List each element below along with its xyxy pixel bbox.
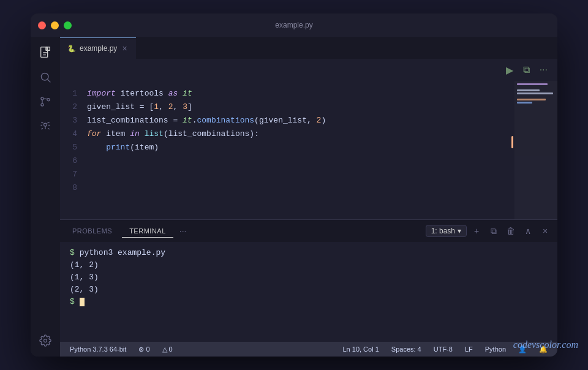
panel-tab-bar: PROBLEMS TERMINAL ··· 1: bash ▾ + ⧉ xyxy=(60,220,557,242)
minimap-content xyxy=(514,81,557,107)
svg-point-8 xyxy=(47,99,50,101)
split-editor-button[interactable]: ⧉ xyxy=(521,62,532,78)
activity-search-icon[interactable] xyxy=(34,66,56,88)
terminal-line-1: $ python3 example.py xyxy=(70,247,548,259)
tab-close-button[interactable]: × xyxy=(121,42,128,55)
close-panel-button[interactable]: × xyxy=(538,224,552,238)
svg-point-4 xyxy=(41,73,48,80)
terminal-output-1: (1, 2) xyxy=(70,259,548,271)
tab-terminal[interactable]: TERMINAL xyxy=(122,225,173,238)
python-version-status[interactable]: Python 3.7.3 64-bit xyxy=(67,345,129,353)
maximize-panel-button[interactable]: ∧ xyxy=(521,224,535,238)
svg-point-7 xyxy=(41,104,43,106)
code-line-7: print(item) xyxy=(85,141,557,154)
activity-debug-icon[interactable] xyxy=(34,115,56,137)
language-label: Python xyxy=(485,345,506,353)
python-file-icon: 🐍 xyxy=(67,45,76,53)
svg-line-5 xyxy=(48,80,51,83)
warnings-status[interactable]: △ 0 xyxy=(160,345,175,353)
tab-example-py[interactable]: 🐍 example.py × xyxy=(60,37,136,59)
code-line-4: list_combinations = it.combinations(give… xyxy=(85,114,557,127)
editor-toolbar: ▶ ⧉ ··· xyxy=(60,59,557,81)
code-line-3: given_list = [1, 2, 3] xyxy=(85,100,557,114)
activity-bar-bottom xyxy=(34,330,56,352)
activity-bar xyxy=(31,37,60,357)
ln-col-status[interactable]: Ln 10, Col 1 xyxy=(340,345,381,353)
line-numbers: 1 2 3 4 5 6 7 8 xyxy=(60,81,85,219)
scrollbar-marker xyxy=(511,136,513,148)
delete-terminal-button[interactable]: 🗑 xyxy=(503,224,518,238)
chevron-down-icon: ▾ xyxy=(458,227,461,235)
minimize-button[interactable] xyxy=(51,21,59,29)
code-line-6: for item in list(list_combinations): xyxy=(85,127,557,141)
watermark: codevscolor.com xyxy=(513,339,578,350)
titlebar: example.py xyxy=(31,13,557,37)
line-ending-status[interactable]: LF xyxy=(462,345,475,353)
split-terminal-button[interactable]: ⧉ xyxy=(486,224,501,238)
terminal-output-2: (1, 3) xyxy=(70,271,548,284)
svg-point-6 xyxy=(41,97,43,100)
terminal-line-2: $ xyxy=(70,296,548,308)
code-line-1: import itertools as it xyxy=(85,87,557,100)
panel: PROBLEMS TERMINAL ··· 1: bash ▾ + ⧉ xyxy=(60,219,557,342)
spaces-status[interactable]: Spaces: 4 xyxy=(389,345,424,353)
tab-label: example.py xyxy=(80,44,117,53)
encoding-status[interactable]: UTF-8 xyxy=(431,345,455,353)
tab-problems[interactable]: PROBLEMS xyxy=(65,225,119,237)
status-bar: Python 3.7.3 64-bit ⊗ 0 △ 0 Ln 10, Col 1… xyxy=(60,342,557,357)
python-version-label: Python 3.7.3 64-bit xyxy=(70,345,126,353)
main-layout: 🐍 example.py × ▶ ⧉ ··· 1 2 3 4 5 xyxy=(31,37,557,357)
panel-controls: 1: bash ▾ + ⧉ 🗑 ∧ × xyxy=(426,224,552,238)
code-content[interactable]: import itertools as it given_list = [1, … xyxy=(85,81,557,219)
more-options-button[interactable]: ··· xyxy=(537,62,550,78)
traffic-lights xyxy=(38,21,72,29)
terminal-cursor xyxy=(80,298,85,306)
tab-bar: 🐍 example.py × xyxy=(60,37,557,59)
run-button[interactable]: ▶ xyxy=(503,62,516,78)
terminal-output-3: (2, 3) xyxy=(70,284,548,296)
warnings-label: △ 0 xyxy=(162,345,173,353)
spaces-label: Spaces: 4 xyxy=(391,345,421,353)
activity-settings-icon[interactable] xyxy=(34,330,56,352)
minimap xyxy=(514,81,557,219)
svg-point-10 xyxy=(44,123,47,126)
encoding-label: UTF-8 xyxy=(434,345,453,353)
language-status[interactable]: Python xyxy=(483,345,508,353)
code-editor[interactable]: 1 2 3 4 5 6 7 8 import itertools as it g… xyxy=(60,81,557,219)
svg-point-11 xyxy=(44,339,47,342)
new-terminal-button[interactable]: + xyxy=(469,224,484,238)
activity-git-icon[interactable] xyxy=(34,91,56,113)
terminal-dropdown[interactable]: 1: bash ▾ xyxy=(426,225,467,237)
window-title: example.py xyxy=(275,21,312,29)
terminal-content[interactable]: $ python3 example.py (1, 2) (1, 3) (2, 3… xyxy=(60,242,557,342)
line-ending-label: LF xyxy=(465,345,473,353)
errors-status[interactable]: ⊗ 0 xyxy=(136,345,152,353)
close-button[interactable] xyxy=(38,21,46,29)
activity-files-icon[interactable] xyxy=(34,42,56,64)
terminal-prompt: $ xyxy=(70,248,75,257)
editor-area: 🐍 example.py × ▶ ⧉ ··· 1 2 3 4 5 xyxy=(60,37,557,357)
panel-more-tabs-button[interactable]: ··· xyxy=(176,224,190,238)
terminal-prompt-2: $ xyxy=(70,297,75,306)
maximize-button[interactable] xyxy=(64,21,72,29)
vscode-window: example.py xyxy=(31,13,557,357)
ln-col-label: Ln 10, Col 1 xyxy=(342,345,379,353)
errors-label: ⊗ 0 xyxy=(138,345,149,353)
